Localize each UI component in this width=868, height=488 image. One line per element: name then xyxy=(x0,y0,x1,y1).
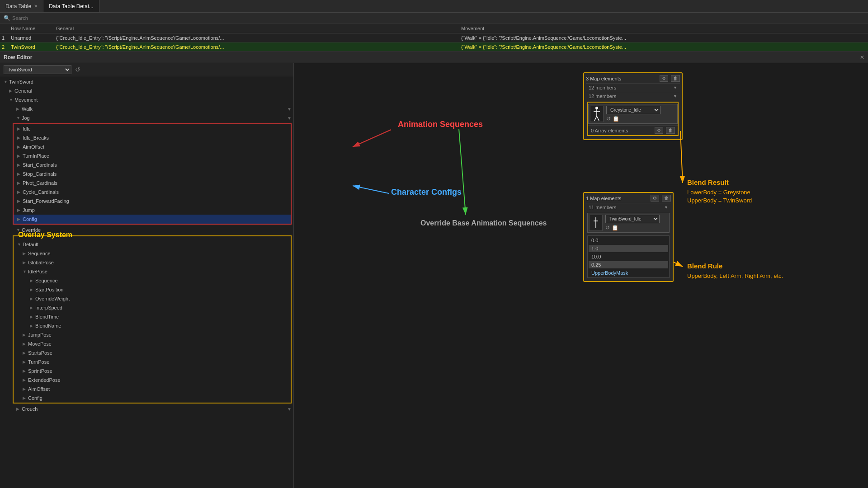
tree-item-jog[interactable]: ▼ Jog ▼ xyxy=(0,113,293,122)
tree-jumpose-label: JumpPose xyxy=(28,332,287,338)
svg-line-13 xyxy=(353,186,389,193)
row2-num: 2 xyxy=(2,44,11,50)
tree-item-pivot-cardinals[interactable]: ▶ Pivot_Cardinals xyxy=(14,178,291,188)
chevron-right-icon: ▶ xyxy=(30,324,35,328)
tree-blendtime-label: BlendTime xyxy=(35,314,287,319)
col-general: General xyxy=(56,26,461,31)
tree-item-config2[interactable]: ▶ Config xyxy=(14,394,291,403)
chevron-right-icon: ▶ xyxy=(23,342,28,346)
tree-item-blendtime[interactable]: ▶ BlendTime xyxy=(14,312,291,321)
tree-item-sequence1[interactable]: ▶ Sequence xyxy=(14,249,291,258)
tree-item-startposition[interactable]: ▶ StartPosition xyxy=(14,285,291,294)
tree-item-idle[interactable]: ▶ Idle xyxy=(14,124,291,133)
tab-data-table-close[interactable]: ✕ xyxy=(34,4,38,9)
tree-item-idlepose[interactable]: ▼ IdlePose xyxy=(14,267,291,276)
selector-row: TwinSword ↺ xyxy=(0,63,293,76)
tree-general-label: General xyxy=(14,88,290,94)
tree-cycle-cardinals-label: Cycle_Cardinals xyxy=(23,189,287,195)
asset-select-1[interactable]: Greystone_Idle xyxy=(606,106,660,114)
tab-data-table-detail[interactable]: Data Table Detai... xyxy=(43,0,99,12)
tree-item-movepose[interactable]: ▶ MovePose xyxy=(14,339,291,348)
tree-pivot-cardinals-label: Pivot_Cardinals xyxy=(23,180,287,186)
tree-item-general[interactable]: ▶ General xyxy=(0,86,293,95)
walk-dropdown[interactable]: ▼ xyxy=(287,107,292,112)
chevron-right-icon: ▶ xyxy=(23,369,28,373)
reset-button[interactable]: ↺ xyxy=(75,66,80,73)
asset-select-2[interactable]: TwinSword_Idle xyxy=(605,215,660,223)
jog-dropdown[interactable]: ▼ xyxy=(287,116,292,121)
tree-item-start-forward[interactable]: ▶ Start_ForwardFacing xyxy=(14,197,291,206)
tree-item-config[interactable]: ▶ Config xyxy=(14,215,291,224)
chevron-right-icon: ▶ xyxy=(17,127,23,131)
tree-section: ▼ TwinSword ▶ General ▼ Movement ▶ Walk … xyxy=(0,76,293,414)
map-elements-2-delete[interactable]: 🗑 xyxy=(662,195,671,202)
tree-item-startpose[interactable]: ▶ StartsPose xyxy=(14,348,291,357)
search-input[interactable] xyxy=(12,15,103,21)
tree-item-globalpose[interactable]: ▶ GlobalPose xyxy=(14,258,291,267)
array-settings[interactable]: ⚙ xyxy=(655,127,663,134)
tree-item-sequence2[interactable]: ▶ Sequence xyxy=(14,276,291,285)
tree-sequence1-label: Sequence xyxy=(28,251,287,256)
tree-item-crouch[interactable]: ▶ Crouch ▼ xyxy=(0,404,293,413)
tree-item-cycle-cardinals[interactable]: ▶ Cycle_Cardinals xyxy=(14,188,291,197)
tree-idle-breaks-label: Idle_Breaks xyxy=(23,135,287,141)
row-editor-title: Row Editor xyxy=(4,54,32,61)
row-editor-close[interactable]: ✕ xyxy=(860,54,864,61)
tree-globalpose-label: GlobalPose xyxy=(28,260,287,265)
map-elements-1-settings[interactable]: ⚙ xyxy=(660,75,668,82)
blend-result-upper: UpperBody = TwinSword xyxy=(687,197,752,204)
tree-item-default[interactable]: ▼ Default xyxy=(14,240,291,249)
tree-item-jumpose[interactable]: ▶ JumpPose xyxy=(14,330,291,339)
table-row[interactable]: 1 Unarmed {"Crouch_Idle_Entry": "/Script… xyxy=(0,33,868,42)
tree-item-start-cardinals[interactable]: ▶ Start_Cardinals xyxy=(14,160,291,169)
tree-item-stop-cardinals[interactable]: ▶ Stop_Cardinals xyxy=(14,169,291,178)
chevron-right-icon: ▶ xyxy=(23,251,28,256)
chevron-down-icon: ▼ xyxy=(16,116,22,120)
map-elements-1-delete[interactable]: 🗑 xyxy=(671,75,680,82)
row1-name: Unarmed xyxy=(11,35,56,41)
chevron-right-icon: ▶ xyxy=(30,305,35,310)
chevron-right-icon: ▶ xyxy=(30,314,35,319)
chevron-right-icon: ▶ xyxy=(17,136,23,140)
members-2-dropdown[interactable]: ▼ xyxy=(673,94,677,99)
blend-result-title: Blend Result xyxy=(687,178,729,186)
tree-item-aimoffset[interactable]: ▶ AimOffset xyxy=(14,142,291,151)
map-elements-2-settings[interactable]: ⚙ xyxy=(651,195,659,202)
tree-root[interactable]: ▼ TwinSword xyxy=(0,77,293,86)
chevron-right-icon: ▶ xyxy=(23,378,28,382)
members-3-label: 11 members xyxy=(589,205,616,210)
reload-icon-2[interactable]: ↺ xyxy=(605,225,610,231)
tree-item-turninplace[interactable]: ▶ TurnInPlace xyxy=(14,151,291,160)
tree-item-walk[interactable]: ▶ Walk ▼ xyxy=(0,104,293,113)
tree-item-interpspeed[interactable]: ▶ InterpSpeed xyxy=(14,303,291,312)
row2-general: {"Crouch_Idle_Entry": "/Script/Engine.An… xyxy=(56,44,461,50)
tree-item-movement[interactable]: ▼ Movement xyxy=(0,95,293,104)
row-selector[interactable]: TwinSword xyxy=(4,65,71,74)
table-header: Row Name General Movement xyxy=(0,23,868,33)
tree-item-overrideweight[interactable]: ▶ OverrideWeight xyxy=(14,294,291,303)
copy-icon[interactable]: 📋 xyxy=(613,116,619,122)
value-row-2: 1.0 xyxy=(589,245,668,252)
tab-data-table[interactable]: Data Table ✕ xyxy=(0,0,43,12)
table-row[interactable]: 2 TwinSword {"Crouch_Idle_Entry": "/Scri… xyxy=(0,42,868,52)
chevron-right-icon: ▶ xyxy=(30,278,35,283)
tree-item-turnpose[interactable]: ▶ TurnPose xyxy=(14,357,291,366)
tree-item-blendname[interactable]: ▶ BlendName xyxy=(14,321,291,330)
array-delete[interactable]: 🗑 xyxy=(666,127,675,134)
reload-icon[interactable]: ↺ xyxy=(606,116,611,122)
tree-item-sprintpose[interactable]: ▶ SprintPose xyxy=(14,366,291,375)
tree-item-aimoffset2[interactable]: ▶ AimOffset xyxy=(14,385,291,394)
left-panel: TwinSword ↺ ▼ TwinSword ▶ General ▼ Move… xyxy=(0,63,294,488)
members-1-dropdown[interactable]: ▼ xyxy=(673,85,677,90)
value-row-1: 0.0 xyxy=(589,237,668,244)
asset-thumb xyxy=(590,106,604,122)
copy-icon-2[interactable]: 📋 xyxy=(612,225,618,231)
members-3-dropdown[interactable]: ▼ xyxy=(664,205,668,210)
row2-movement: {"Walk" = {"Idle": "/Script/Engine.AnimS… xyxy=(461,44,866,50)
tree-extendedpose-label: ExtendedPose xyxy=(28,377,287,383)
yellow-box-section: Overlay System ▼ Default ▶ Sequence ▶ Gl… xyxy=(13,235,292,404)
tree-item-jump[interactable]: ▶ Jump xyxy=(14,206,291,215)
tree-item-idle-breaks[interactable]: ▶ Idle_Breaks xyxy=(14,133,291,142)
crouch-dropdown[interactable]: ▼ xyxy=(287,407,292,412)
tree-item-extendedpose[interactable]: ▶ ExtendedPose xyxy=(14,375,291,385)
